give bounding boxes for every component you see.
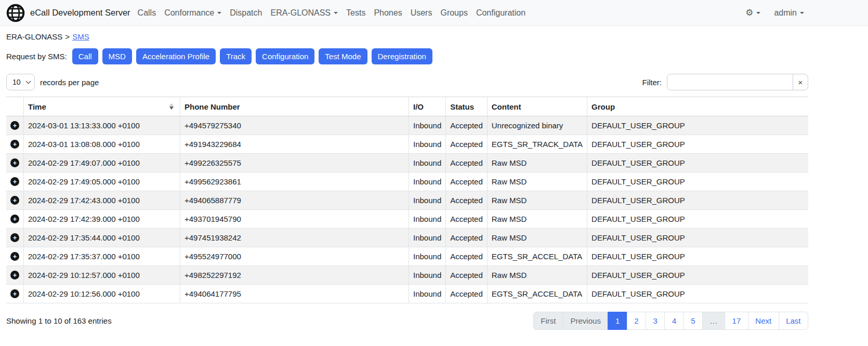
expand-row-button[interactable]: + (10, 177, 19, 186)
plus-icon: + (13, 290, 17, 298)
column-header-content[interactable]: Content (487, 97, 587, 116)
cell-io: Inbound (409, 266, 446, 285)
nav-item-era-glonass[interactable]: ERA-GLONASS (266, 4, 342, 22)
nav-item-conformance[interactable]: Conformance (160, 4, 226, 22)
pagination-4[interactable]: 4 (664, 312, 683, 330)
breadcrumb: ERA-GLONASS>SMS (6, 32, 808, 41)
nav-item-configuration[interactable]: Configuration (472, 4, 530, 22)
expand-row-button[interactable]: + (10, 121, 19, 130)
cell-content: Raw MSD (487, 154, 587, 172)
cell-content: EGTS_SR_ACCEL_DATA (487, 285, 587, 303)
column-header-phone-number[interactable]: Phone Number (180, 97, 409, 116)
expand-row-button[interactable]: + (10, 158, 19, 167)
table-row: + 2024-03-01 13:13:33.000 +0100 +4945792… (6, 116, 808, 135)
nav-item-phones[interactable]: Phones (370, 4, 406, 22)
test-mode-button[interactable]: Test Mode (319, 48, 367, 64)
table-row: + 2024-02-29 17:35:37.000 +0100 +4955249… (6, 247, 808, 266)
clear-filter-button[interactable]: × (793, 74, 808, 90)
cell-status: Accepted (446, 285, 488, 303)
pagination-next[interactable]: Next (748, 312, 779, 330)
cell-status: Accepted (446, 247, 488, 266)
breadcrumb-sms-link[interactable]: SMS (72, 32, 89, 41)
cell-status: Accepted (446, 210, 488, 229)
pagination-last[interactable]: Last (779, 312, 808, 330)
call-button[interactable]: Call (72, 48, 98, 64)
pagination-previous: Previous (563, 312, 608, 330)
cell-phone-number: +494064177795 (180, 285, 409, 303)
pagination-3[interactable]: 3 (646, 312, 665, 330)
cell-group: DEFAULT_USER_GROUP (587, 229, 808, 247)
cell-status: Accepted (446, 229, 488, 247)
user-menu[interactable]: admin (770, 4, 808, 22)
track-button[interactable]: Track (220, 48, 252, 64)
cell-group: DEFAULT_USER_GROUP (587, 154, 808, 172)
deregistration-button[interactable]: Deregistration (372, 48, 432, 64)
cell-status: Accepted (446, 172, 488, 191)
pagination-2[interactable]: 2 (627, 312, 646, 330)
page-size-select[interactable]: 10 (6, 74, 35, 90)
pagination: FirstPrevious12345…17NextLast (533, 312, 808, 330)
cell-time: 2024-02-29 10:12:56.000 +0100 (24, 285, 180, 303)
column-header-group[interactable]: Group (587, 97, 808, 116)
table-row: + 2024-02-29 10:12:56.000 +0100 +4940641… (6, 285, 808, 303)
navbar-right: ⚙ admin (741, 4, 808, 22)
cell-io: Inbound (409, 135, 446, 154)
cell-group: DEFAULT_USER_GROUP (587, 266, 808, 285)
cell-phone-number: +499562923861 (180, 172, 409, 191)
cell-content: Raw MSD (487, 266, 587, 285)
cell-time: 2024-03-01 13:08:08.000 +0100 (24, 135, 180, 154)
navbar: eCall Development Server Calls Conforman… (0, 0, 868, 26)
column-header-status[interactable]: Status (446, 97, 488, 116)
settings-menu[interactable]: ⚙ (741, 4, 765, 21)
expand-row-button[interactable]: + (10, 289, 19, 298)
pagination-17[interactable]: 17 (725, 312, 748, 330)
page-content: ERA-GLONASS>SMS Request by SMS: CallMSDA… (6, 32, 808, 330)
cell-group: DEFAULT_USER_GROUP (587, 285, 808, 303)
pagination-item: … (702, 312, 725, 330)
expand-row-button[interactable]: + (10, 252, 19, 261)
table-row: + 2024-02-29 17:42:39.000 +0100 +4937019… (6, 210, 808, 229)
cell-content: Unrecognized binary (487, 116, 587, 135)
cell-content: Raw MSD (487, 172, 587, 191)
cell-io: Inbound (409, 210, 446, 229)
table-row: + 2024-02-29 17:49:05.000 +0100 +4995629… (6, 172, 808, 191)
cell-time: 2024-02-29 17:42:43.000 +0100 (24, 191, 180, 210)
nav-item-dispatch[interactable]: Dispatch (226, 4, 266, 22)
column-header-time[interactable]: Time (24, 97, 180, 116)
cell-io: Inbound (409, 172, 446, 191)
nav-item-groups[interactable]: Groups (436, 4, 471, 22)
cell-status: Accepted (446, 116, 488, 135)
column-header-io[interactable]: I/O (409, 97, 446, 116)
expand-row-button[interactable]: + (10, 271, 19, 280)
plus-icon: + (13, 178, 17, 185)
configuration-button[interactable]: Configuration (256, 48, 314, 64)
acceleration-profile-button[interactable]: Acceleration Profile (136, 48, 216, 64)
cell-phone-number: +491943229684 (180, 135, 409, 154)
cell-time: 2024-02-29 17:42:39.000 +0100 (24, 210, 180, 229)
records-per-page-label: records per page (40, 78, 99, 87)
nav-item-calls[interactable]: Calls (134, 4, 161, 22)
chevron-down-icon (217, 12, 221, 14)
cell-io: Inbound (409, 191, 446, 210)
pagination-first: First (533, 312, 563, 330)
cell-io: Inbound (409, 116, 446, 135)
cell-content: EGTS_SR_ACCEL_DATA (487, 247, 587, 266)
expand-row-button[interactable]: + (10, 233, 19, 242)
filter-input[interactable] (667, 74, 793, 90)
plus-icon: + (13, 140, 17, 148)
plus-icon: + (13, 234, 17, 242)
expand-row-button[interactable]: + (10, 196, 19, 205)
navbar-brand[interactable]: eCall Development Server (30, 8, 130, 18)
pagination-1[interactable]: 1 (608, 312, 627, 330)
expand-row-button[interactable]: + (10, 140, 19, 149)
pagination-5[interactable]: 5 (683, 312, 703, 330)
request-buttons-group: CallMSDAcceleration ProfileTrackConfigur… (72, 48, 432, 64)
expand-row-button[interactable]: + (10, 215, 19, 223)
nav-item-users[interactable]: Users (406, 4, 437, 22)
plus-icon: + (13, 196, 17, 204)
cell-status: Accepted (446, 191, 488, 210)
nav-item-tests[interactable]: Tests (342, 4, 370, 22)
cell-phone-number: +497451938242 (180, 229, 409, 247)
cell-time: 2024-02-29 17:35:44.000 +0100 (24, 229, 180, 247)
msd-button[interactable]: MSD (102, 48, 132, 64)
